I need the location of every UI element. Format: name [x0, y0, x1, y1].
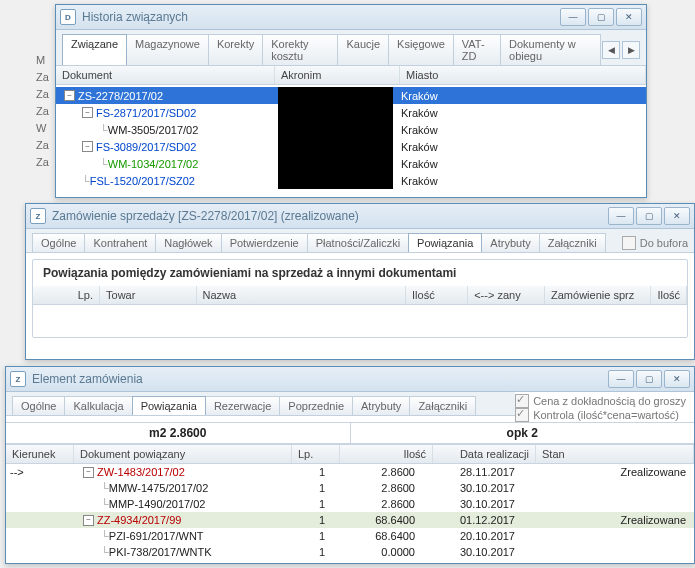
tree-toggle-icon[interactable]: − [83, 515, 94, 526]
tree-row[interactable]: −ZS-2278/2017/02Kraków [56, 87, 646, 104]
titlebar-history[interactable]: D Historia związanych — ▢ ✕ [56, 5, 646, 30]
tab-ksi-gowe[interactable]: Księgowe [388, 34, 454, 65]
tab-za-czniki[interactable]: Załączniki [409, 396, 476, 415]
tab-kalkulacja[interactable]: Kalkulacja [64, 396, 132, 415]
col-towar[interactable]: Towar [100, 286, 197, 304]
tab-vat-zd[interactable]: VAT-ZD [453, 34, 501, 65]
close-icon[interactable]: ✕ [616, 8, 642, 26]
doc-link[interactable]: FS-3089/2017/SD02 [96, 141, 196, 153]
tab-dokumenty-w-obiegu[interactable]: Dokumenty w obiegu [500, 34, 601, 65]
tab-potwierdzenie[interactable]: Potwierdzenie [221, 233, 308, 252]
tab-rezerwacje[interactable]: Rezerwacje [205, 396, 280, 415]
tab-og-lne[interactable]: Ogólne [32, 233, 85, 252]
col-ilosc[interactable]: Ilość [406, 286, 468, 304]
tree-toggle-icon[interactable]: − [83, 467, 94, 478]
cell-date: 30.10.2017 [419, 546, 519, 558]
price-precision-check[interactable]: Cena z dokładnością do groszy [515, 394, 686, 408]
tab-zwi-zane[interactable]: Związane [62, 34, 127, 65]
tree-row[interactable]: └ PZI-691/2017/WNT168.640020.10.2017 [6, 528, 694, 544]
cell-lp: 1 [284, 498, 329, 510]
tab-og-lne[interactable]: Ogólne [12, 396, 65, 415]
col-ilosc[interactable]: Ilość [340, 445, 433, 463]
col-ilosc2[interactable]: Ilość [651, 286, 687, 304]
cell-date: 30.10.2017 [419, 482, 519, 494]
tab-powi-zania[interactable]: Powiązania [132, 396, 206, 415]
tab-magazynowe[interactable]: Magazynowe [126, 34, 209, 65]
tree-row[interactable]: └ WM-1034/2017/02Kraków [56, 155, 646, 172]
tab-atrybuty[interactable]: Atrybuty [481, 233, 539, 252]
doc-link[interactable]: ZS-2278/2017/02 [78, 90, 163, 102]
doc-link[interactable]: PKI-738/2017/WNTK [109, 546, 212, 558]
doc-link[interactable]: WM-3505/2017/02 [108, 124, 199, 136]
tree-row[interactable]: └ MMW-1475/2017/0212.860030.10.2017 [6, 480, 694, 496]
titlebar-order[interactable]: Z Zamówienie sprzedaży [ZS-2278/2017/02]… [26, 204, 694, 229]
checkbox-icon[interactable] [622, 236, 636, 250]
tab-p-atno-ci-zaliczki[interactable]: Płatności/Zaliczki [307, 233, 409, 252]
tab-za-czniki[interactable]: Załączniki [539, 233, 606, 252]
background-list: MZaZaZaWZaZa [34, 51, 54, 170]
tab-kontrahent[interactable]: Kontrahent [84, 233, 156, 252]
doc-link[interactable]: WM-1034/2017/02 [108, 158, 199, 170]
tab-scroll-right[interactable]: ▶ [622, 41, 640, 59]
doc-link[interactable]: MMW-1475/2017/02 [109, 482, 208, 494]
tab-atrybuty[interactable]: Atrybuty [352, 396, 410, 415]
doc-link[interactable]: PZI-691/2017/WNT [109, 530, 204, 542]
window-title: Element zamówienia [32, 372, 608, 386]
cell-lp: 1 [284, 466, 329, 478]
col-lp[interactable]: Lp. [292, 445, 340, 463]
cell-ilosc: 0.0000 [329, 546, 419, 558]
tab-korekty-kosztu[interactable]: Korekty kosztu [262, 34, 338, 65]
minimize-icon[interactable]: — [608, 370, 634, 388]
bufor-check[interactable]: Do bufora [622, 236, 688, 250]
tab-powi-zania[interactable]: Powiązania [408, 233, 482, 252]
tree-row[interactable]: −FS-3089/2017/SD02Kraków [56, 138, 646, 155]
col-data[interactable]: Data realizacji [433, 445, 536, 463]
col-sprz[interactable]: Zamówienie sprz [545, 286, 651, 304]
col-doc-pow[interactable]: Dokument powiązany [74, 445, 292, 463]
col-zany[interactable]: <--> zany [468, 286, 545, 304]
tab-scroll-left[interactable]: ◀ [602, 41, 620, 59]
tab-poprzednie[interactable]: Poprzednie [279, 396, 353, 415]
col-nazwa[interactable]: Nazwa [197, 286, 407, 304]
tree-element: -->−ZW-1483/2017/0212.860028.11.2017Zrea… [6, 464, 694, 560]
tab-nag-wek[interactable]: Nagłówek [155, 233, 221, 252]
tab-korekty[interactable]: Korekty [208, 34, 263, 65]
titlebar-element[interactable]: Z Element zamówienia — ▢ ✕ [6, 367, 694, 392]
minimize-icon[interactable]: — [608, 207, 634, 225]
col-kierunek[interactable]: Kierunek [6, 445, 74, 463]
summary-m2: m2 2.8600 [6, 423, 351, 443]
list-item: Za [34, 153, 54, 170]
doc-link[interactable]: FSL-1520/2017/SZ02 [90, 175, 195, 187]
doc-link[interactable]: MMP-1490/2017/02 [109, 498, 206, 510]
checkbox-icon [515, 394, 529, 408]
doc-link[interactable]: FS-2871/2017/SD02 [96, 107, 196, 119]
control-check[interactable]: Kontrola (ilość*cena=wartość) [515, 408, 686, 422]
tree-row[interactable]: −ZZ-4934/2017/99168.640001.12.2017Zreali… [6, 512, 694, 528]
tree-toggle-icon[interactable]: − [82, 141, 93, 152]
col-stan[interactable]: Stan [536, 445, 694, 463]
maximize-icon[interactable]: ▢ [636, 207, 662, 225]
col-lp[interactable]: Lp. [33, 286, 100, 304]
tree-row[interactable]: └ FSL-1520/2017/SZ02Kraków [56, 172, 646, 189]
tree-row[interactable]: └ WM-3505/2017/02Kraków [56, 121, 646, 138]
cell-date: 01.12.2017 [419, 514, 519, 526]
close-icon[interactable]: ✕ [664, 370, 690, 388]
tree-row[interactable]: └ PKI-738/2017/WNTK10.000030.10.2017 [6, 544, 694, 560]
masked-acronym [278, 87, 393, 104]
tree-toggle-icon[interactable]: − [82, 107, 93, 118]
minimize-icon[interactable]: — [560, 8, 586, 26]
tree-row[interactable]: −FS-2871/2017/SD02Kraków [56, 104, 646, 121]
close-icon[interactable]: ✕ [664, 207, 690, 225]
tab-kaucje[interactable]: Kaucje [337, 34, 389, 65]
doc-link[interactable]: ZW-1483/2017/02 [97, 466, 185, 478]
tree-row[interactable]: └ MMP-1490/2017/0212.860030.10.2017 [6, 496, 694, 512]
col-document[interactable]: Dokument [56, 66, 275, 84]
col-city[interactable]: Miasto [400, 66, 646, 84]
col-acronym[interactable]: Akronim [275, 66, 400, 84]
list-item: Za [34, 102, 54, 119]
doc-link[interactable]: ZZ-4934/2017/99 [97, 514, 181, 526]
maximize-icon[interactable]: ▢ [588, 8, 614, 26]
tree-row[interactable]: -->−ZW-1483/2017/0212.860028.11.2017Zrea… [6, 464, 694, 480]
maximize-icon[interactable]: ▢ [636, 370, 662, 388]
tree-toggle-icon[interactable]: − [64, 90, 75, 101]
